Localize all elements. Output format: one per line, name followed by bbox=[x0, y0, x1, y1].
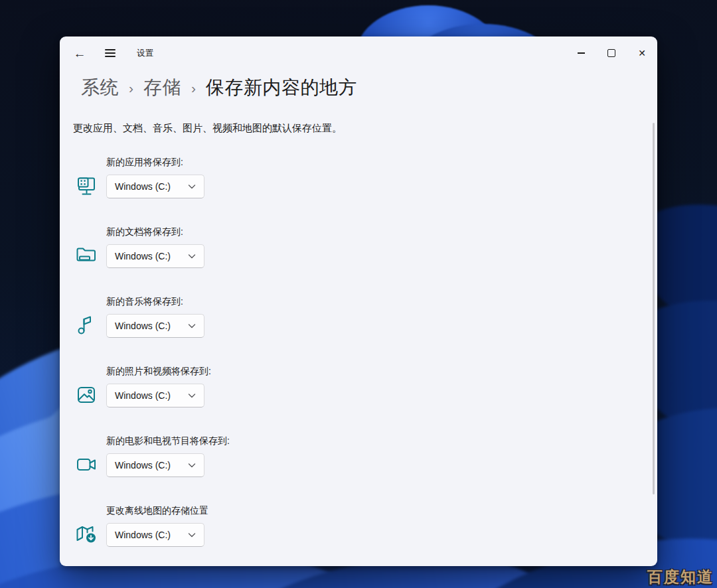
chevron-down-icon bbox=[188, 323, 196, 329]
dropdown-value: Windows (C:) bbox=[115, 321, 171, 331]
dropdown-value: Windows (C:) bbox=[115, 460, 171, 471]
maximize-button[interactable] bbox=[596, 37, 627, 70]
new-movies-location-dropdown[interactable]: Windows (C:) bbox=[106, 453, 204, 477]
titlebar[interactable]: ← 设置 ✕ bbox=[60, 37, 657, 70]
documents-folder-icon bbox=[74, 243, 99, 268]
new-documents-location-dropdown[interactable]: Windows (C:) bbox=[106, 244, 204, 268]
hamburger-icon bbox=[105, 46, 116, 59]
chevron-down-icon bbox=[188, 254, 196, 259]
chevron-down-icon bbox=[188, 393, 196, 398]
close-icon: ✕ bbox=[638, 48, 646, 58]
new-apps-location-dropdown[interactable]: Windows (C:) bbox=[106, 175, 204, 198]
offline-maps-location-dropdown[interactable]: Windows (C:) bbox=[106, 523, 204, 547]
music-note-icon bbox=[74, 313, 99, 338]
dropdown-value: Windows (C:) bbox=[115, 390, 171, 401]
page-title: 保存新内容的地方 bbox=[206, 75, 357, 100]
baidu-zhidao-watermark: 百度知道 bbox=[647, 567, 714, 587]
breadcrumb-system[interactable]: 系统 bbox=[81, 75, 119, 100]
apps-on-monitor-icon bbox=[74, 173, 99, 198]
page-description: 更改应用、文档、音乐、图片、视频和地图的默认保存位置。 bbox=[73, 122, 657, 135]
section-label: 新的电影和电视节目将保存到: bbox=[106, 434, 657, 447]
minimize-icon bbox=[578, 52, 585, 53]
window-controls: ✕ bbox=[566, 37, 657, 70]
back-arrow-icon: ← bbox=[74, 47, 86, 60]
section-new-apps: 新的应用将保存到: Windows (C:) bbox=[60, 155, 657, 198]
picture-icon bbox=[74, 382, 99, 407]
chevron-down-icon bbox=[188, 184, 196, 189]
dropdown-value: Windows (C:) bbox=[115, 251, 171, 261]
section-label: 更改离线地图的存储位置 bbox=[106, 504, 657, 517]
dropdown-value: Windows (C:) bbox=[115, 181, 171, 192]
breadcrumb-storage[interactable]: 存储 bbox=[143, 75, 181, 100]
chevron-down-icon bbox=[188, 532, 196, 538]
window-title: 设置 bbox=[137, 48, 153, 59]
minimize-button[interactable] bbox=[566, 37, 596, 70]
section-label: 新的照片和视频将保存到: bbox=[106, 364, 657, 378]
scrollbar[interactable] bbox=[653, 123, 655, 494]
section-new-movies: 新的电影和电视节目将保存到: Windows (C:) bbox=[60, 434, 657, 477]
breadcrumb: 系统 › 存储 › 保存新内容的地方 bbox=[81, 75, 657, 100]
video-camera-icon bbox=[74, 452, 99, 477]
settings-window: ← 设置 ✕ 系统 › 存储 bbox=[60, 37, 657, 566]
maximize-icon bbox=[607, 49, 615, 57]
new-music-location-dropdown[interactable]: Windows (C:) bbox=[106, 314, 204, 338]
section-new-photos: 新的照片和视频将保存到: Windows (C:) bbox=[60, 364, 657, 407]
map-download-icon bbox=[74, 522, 99, 547]
save-location-sections: 新的应用将保存到: Windows (C:) 新的文档将保存到: Windows… bbox=[60, 155, 657, 547]
menu-button[interactable] bbox=[100, 42, 121, 64]
chevron-down-icon bbox=[188, 463, 196, 468]
section-new-music: 新的音乐将保存到: Windows (C:) bbox=[60, 295, 657, 338]
section-label: 新的文档将保存到: bbox=[106, 225, 657, 238]
screen: ← 设置 ✕ 系统 › 存储 bbox=[0, 0, 717, 588]
section-label: 新的应用将保存到: bbox=[106, 155, 657, 169]
section-label: 新的音乐将保存到: bbox=[106, 295, 657, 308]
new-photos-location-dropdown[interactable]: Windows (C:) bbox=[106, 384, 204, 407]
breadcrumb-separator-icon: › bbox=[191, 79, 196, 96]
close-button[interactable]: ✕ bbox=[627, 37, 657, 70]
breadcrumb-separator-icon: › bbox=[129, 79, 133, 96]
back-button[interactable]: ← bbox=[69, 42, 90, 64]
dropdown-value: Windows (C:) bbox=[115, 530, 171, 540]
section-offline-maps: 更改离线地图的存储位置 Windows (C:) bbox=[60, 504, 657, 547]
section-new-documents: 新的文档将保存到: Windows (C:) bbox=[60, 225, 657, 268]
